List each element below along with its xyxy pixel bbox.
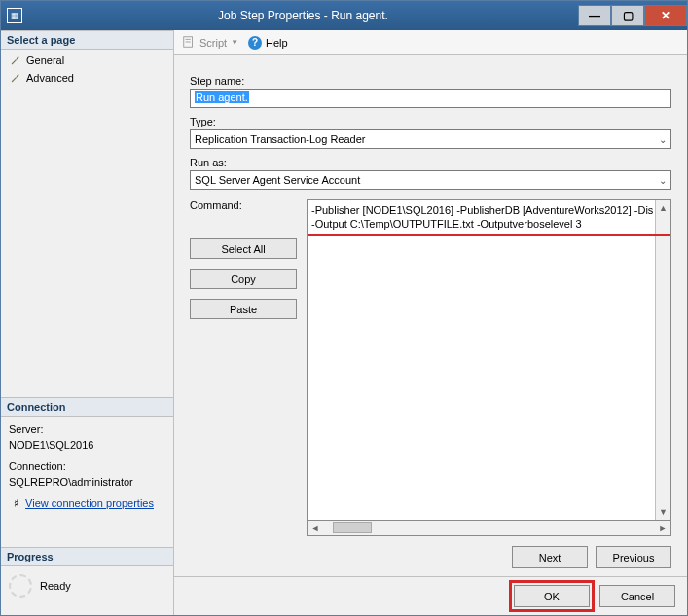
step-name-input[interactable]: Run agent. (190, 89, 671, 108)
script-button[interactable]: Script ▼ (182, 35, 238, 51)
maximize-button[interactable]: ▢ (611, 5, 644, 26)
help-icon: ? (248, 36, 262, 50)
sidebar-item-advanced[interactable]: Advanced (5, 69, 169, 87)
run-as-value: SQL Server Agent Service Account (195, 174, 360, 186)
sidebar: Select a page General Advanced Connectio… (1, 30, 174, 615)
progress-status: Ready (40, 580, 71, 592)
sidebar-item-general[interactable]: General (5, 52, 169, 69)
connection-label: Connection: (9, 459, 165, 475)
run-as-select[interactable]: SQL Server Agent Service Account ⌄ (190, 170, 671, 190)
toolbar: Script ▼ ? Help (174, 30, 687, 55)
close-button[interactable]: ✕ (644, 5, 687, 26)
titlebar: ▦ Job Step Properties - Run agent. — ▢ ✕ (1, 1, 687, 30)
step-name-value: Run agent. (195, 91, 249, 103)
type-label: Type: (190, 116, 671, 127)
dialog-window: ▦ Job Step Properties - Run agent. — ▢ ✕… (0, 0, 688, 616)
content-panel: Script ▼ ? Help Step name: Run agent. Ty… (174, 30, 687, 615)
scroll-up-icon[interactable]: ▲ (656, 200, 670, 216)
vertical-scrollbar[interactable]: ▲ ▼ (655, 200, 670, 520)
select-all-button[interactable]: Select All (190, 238, 297, 259)
command-textarea[interactable]: -Publisher [NODE1\SQL2016] -PublisherDB … (307, 199, 671, 521)
paste-button[interactable]: Paste (190, 299, 297, 319)
window-icon: ▦ (7, 8, 22, 23)
connection-block: Server: NODE1\SQL2016 Connection: SQLREP… (1, 417, 173, 518)
chevron-down-icon: ▼ (231, 38, 238, 47)
command-label: Command: (190, 199, 297, 211)
server-label: Server: (9, 422, 165, 438)
command-text: -Publisher [NODE1\SQL2016] -PublisherDB … (308, 200, 670, 520)
chevron-down-icon: ⌄ (659, 175, 667, 186)
connection-header: Connection (1, 397, 173, 417)
script-icon (182, 35, 196, 51)
horizontal-scrollbar[interactable]: ◄ ► (307, 521, 671, 536)
step-name-label: Step name: (190, 75, 671, 87)
window-title: Job Step Properties - Run agent. (28, 9, 578, 22)
minimize-button[interactable]: — (578, 5, 611, 26)
previous-button[interactable]: Previous (596, 546, 671, 568)
wrench-icon (9, 54, 22, 67)
scroll-right-icon[interactable]: ► (655, 521, 670, 535)
ok-button[interactable]: OK (514, 585, 590, 607)
type-value: Replication Transaction-Log Reader (195, 133, 366, 145)
connection-properties-icon: ♯ (9, 496, 22, 512)
next-button[interactable]: Next (512, 546, 588, 568)
select-page-header: Select a page (1, 30, 173, 50)
run-as-label: Run as: (190, 157, 671, 168)
connection-value: SQLREPRO\administrator (9, 475, 165, 490)
chevron-down-icon: ⌄ (659, 134, 667, 145)
cancel-button[interactable]: Cancel (599, 585, 675, 607)
progress-spinner-icon (9, 574, 32, 598)
sidebar-item-label: Advanced (26, 72, 74, 84)
progress-block: Ready (1, 566, 173, 605)
view-connection-properties-link[interactable]: View connection properties (25, 497, 154, 509)
scroll-left-icon[interactable]: ◄ (308, 521, 323, 535)
scroll-track[interactable] (323, 521, 655, 535)
type-select[interactable]: Replication Transaction-Log Reader ⌄ (190, 129, 671, 149)
server-value: NODE1\SQL2016 (9, 438, 165, 453)
sidebar-item-label: General (26, 54, 64, 66)
scroll-down-icon[interactable]: ▼ (656, 504, 670, 520)
dialog-footer: OK Cancel (174, 576, 687, 615)
copy-button[interactable]: Copy (190, 269, 297, 289)
progress-header: Progress (1, 547, 173, 566)
help-button[interactable]: ? Help (248, 36, 288, 50)
scroll-thumb[interactable] (333, 522, 372, 533)
wrench-icon (9, 71, 22, 85)
